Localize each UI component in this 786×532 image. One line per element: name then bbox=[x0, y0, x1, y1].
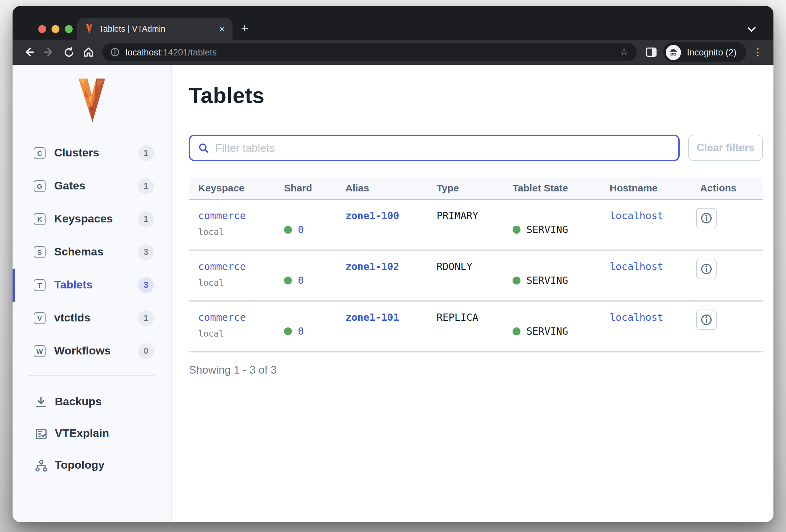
search-icon bbox=[198, 142, 209, 153]
sidebar-item-keyspaces[interactable]: K Keyspaces 1 bbox=[13, 203, 171, 236]
tablets-table: Keyspace Shard Alias Type Tablet State H… bbox=[189, 177, 763, 353]
sidebar-item-backups[interactable]: Backups bbox=[13, 386, 171, 418]
row-info-button[interactable] bbox=[696, 259, 717, 279]
results-summary: Showing 1 - 3 of 3 bbox=[189, 364, 773, 376]
hostname-link[interactable]: localhost bbox=[610, 261, 664, 273]
address-bar[interactable]: localhost:14201/tablets ☆ bbox=[102, 43, 637, 62]
side-panel-icon[interactable] bbox=[642, 43, 661, 62]
keyspace-link[interactable]: commerce bbox=[198, 261, 246, 273]
col-actions: Actions bbox=[696, 182, 763, 193]
reload-icon[interactable] bbox=[59, 42, 78, 62]
shard-status-dot bbox=[284, 276, 292, 284]
site-info-icon[interactable] bbox=[110, 48, 119, 57]
keyspace-link[interactable]: commerce bbox=[198, 312, 246, 323]
filter-input-wrapper bbox=[189, 135, 680, 161]
vitess-favicon-icon bbox=[85, 23, 94, 34]
col-tablet-state: Tablet State bbox=[512, 182, 610, 193]
hostname-link[interactable]: localhost bbox=[610, 312, 664, 323]
count-badge: 1 bbox=[138, 145, 154, 161]
sidebar: C Clusters 1 G Gates 1 K Keyspaces 1 bbox=[13, 65, 172, 522]
browser-tab[interactable]: Tablets | VTAdmin × bbox=[77, 18, 232, 40]
main-panel: Tablets Clear filters Keyspace Shard A bbox=[172, 65, 773, 522]
shard-status-dot bbox=[284, 225, 292, 233]
sidebar-item-vtexplain[interactable]: VTExplain bbox=[13, 418, 171, 450]
keyspace-link[interactable]: commerce bbox=[198, 210, 246, 222]
count-badge: 3 bbox=[138, 277, 154, 293]
tablet-alias-link[interactable]: zone1-100 bbox=[345, 210, 399, 222]
tablet-state: SERVING bbox=[526, 223, 568, 236]
sidebar-item-gates[interactable]: G Gates 1 bbox=[13, 170, 171, 203]
sidebar-item-workflows[interactable]: W Workflows 0 bbox=[13, 335, 171, 368]
window-controls bbox=[38, 25, 73, 33]
cluster-name: local bbox=[198, 276, 284, 290]
tablet-state: SERVING bbox=[526, 324, 568, 338]
col-hostname: Hostname bbox=[610, 182, 696, 193]
tab-strip: Tablets | VTAdmin × + bbox=[13, 6, 773, 40]
forward-icon[interactable] bbox=[39, 42, 59, 62]
shard-link[interactable]: 0 bbox=[298, 223, 304, 236]
table-row: commerce local 0 zone1-102 RDONLY SERVIN… bbox=[189, 251, 763, 301]
home-icon[interactable] bbox=[78, 42, 98, 62]
tablet-alias-link[interactable]: zone1-102 bbox=[345, 261, 399, 273]
count-badge: 1 bbox=[138, 310, 154, 326]
desktop: Tablets | VTAdmin × + bbox=[0, 0, 786, 532]
tablet-type: PRIMARY bbox=[437, 209, 512, 249]
col-type: Type bbox=[437, 182, 512, 193]
table-header: Keyspace Shard Alias Type Tablet State H… bbox=[189, 177, 763, 200]
close-window-button[interactable] bbox=[38, 25, 46, 33]
hostname-link[interactable]: localhost bbox=[610, 210, 664, 222]
filter-row: Clear filters bbox=[189, 135, 763, 161]
workflows-letter-icon: W bbox=[34, 345, 46, 357]
sidebar-nav: C Clusters 1 G Gates 1 K Keyspaces 1 bbox=[13, 137, 171, 368]
browser-window: Tablets | VTAdmin × + bbox=[13, 6, 773, 522]
count-badge: 3 bbox=[138, 244, 154, 260]
col-shard: Shard bbox=[284, 182, 345, 193]
serving-status-dot bbox=[512, 276, 521, 284]
count-badge: 1 bbox=[138, 211, 154, 227]
zoom-window-button[interactable] bbox=[65, 25, 73, 33]
sidebar-item-schemas[interactable]: S Schemas 3 bbox=[13, 236, 171, 269]
minimize-window-button[interactable] bbox=[51, 25, 60, 33]
incognito-label: Incognito (2) bbox=[687, 47, 737, 57]
new-tab-button[interactable]: + bbox=[241, 22, 248, 34]
row-info-button[interactable] bbox=[696, 208, 717, 228]
serving-status-dot bbox=[512, 225, 521, 233]
url-host: localhost bbox=[125, 47, 161, 57]
bookmark-star-icon[interactable]: ☆ bbox=[619, 47, 629, 57]
vtctlds-letter-icon: V bbox=[34, 312, 46, 324]
tab-close-icon[interactable]: × bbox=[218, 24, 226, 33]
sidebar-divider bbox=[29, 375, 155, 376]
url-path: :14201/tablets bbox=[161, 47, 217, 57]
tablet-state: SERVING bbox=[526, 273, 568, 287]
clusters-letter-icon: C bbox=[34, 147, 46, 159]
cluster-name: local bbox=[198, 226, 284, 239]
tab-title: Tablets | VTAdmin bbox=[99, 24, 213, 33]
col-alias: Alias bbox=[345, 182, 437, 193]
tablet-alias-link[interactable]: zone1-101 bbox=[345, 312, 399, 323]
serving-status-dot bbox=[512, 327, 521, 335]
sidebar-item-topology[interactable]: Topology bbox=[13, 450, 171, 481]
browser-toolbar: localhost:14201/tablets ☆ Incognito (2) … bbox=[13, 40, 773, 65]
table-row: commerce local 0 zone1-100 PRIMARY SERVI… bbox=[189, 200, 763, 251]
count-badge: 0 bbox=[138, 343, 154, 359]
schemas-letter-icon: S bbox=[34, 246, 46, 258]
tab-search-chevron-icon[interactable] bbox=[747, 26, 756, 32]
clear-filters-button[interactable]: Clear filters bbox=[688, 135, 763, 161]
document-check-icon bbox=[34, 427, 48, 440]
shard-link[interactable]: 0 bbox=[298, 273, 304, 287]
incognito-icon bbox=[666, 45, 681, 60]
cluster-name: local bbox=[198, 328, 284, 341]
sidebar-item-vtctlds[interactable]: V vtctlds 1 bbox=[13, 301, 171, 335]
col-keyspace: Keyspace bbox=[189, 182, 284, 193]
table-row: commerce local 0 zone1-101 REPLICA SERVI… bbox=[189, 301, 763, 353]
sidebar-item-clusters[interactable]: C Clusters 1 bbox=[13, 137, 171, 170]
shard-link[interactable]: 0 bbox=[298, 324, 304, 338]
row-info-button[interactable] bbox=[696, 310, 717, 330]
filter-tablets-input[interactable] bbox=[215, 142, 670, 154]
profile-badge[interactable]: Incognito (2) bbox=[663, 42, 746, 62]
sidebar-item-tablets[interactable]: T Tablets 3 bbox=[13, 269, 171, 301]
sidebar-tools: Backups VTExplain Topology bbox=[13, 386, 171, 481]
back-icon[interactable] bbox=[19, 42, 39, 62]
keyspaces-letter-icon: K bbox=[34, 213, 46, 225]
browser-menu-icon[interactable]: ⋮ bbox=[753, 46, 763, 58]
